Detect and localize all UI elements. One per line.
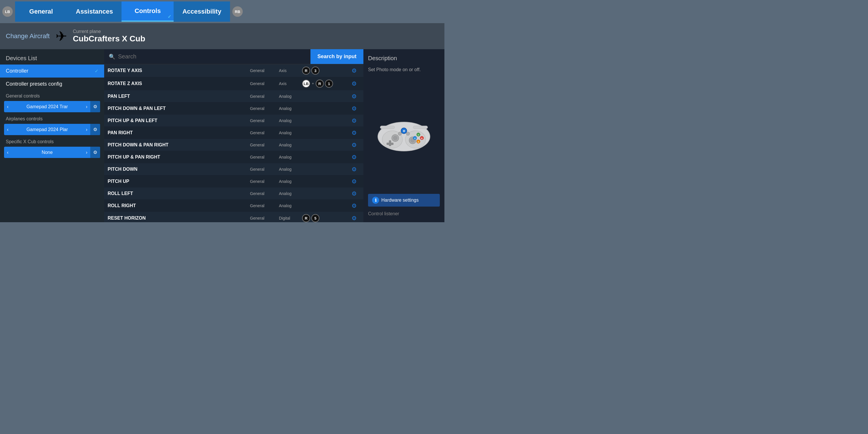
ctrl-action[interactable]: ⚙ (348, 80, 360, 87)
main-content: Devices List Controller ✓ Controller pre… (0, 49, 444, 222)
ctrl-name: PAN RIGHT (107, 130, 250, 135)
ctrl-action[interactable]: ⚙ (348, 129, 360, 136)
ctrl-type: Analog (279, 191, 302, 196)
change-aircraft-button[interactable]: Change Aircraft (6, 32, 50, 40)
gear-icon[interactable]: ⚙ (351, 80, 357, 87)
rb-badge[interactable]: RB (232, 6, 243, 17)
ctrl-binding: LB+R1 (302, 80, 348, 88)
arrow-left-general[interactable]: ‹ (4, 101, 11, 112)
table-row[interactable]: PITCH DOWN & PAN LEFTGeneralAnalog⚙ (104, 102, 363, 115)
ctrl-action[interactable]: ⚙ (348, 154, 360, 161)
airplanes-controls-label: Airplanes controls (0, 114, 104, 123)
ctrl-action[interactable]: ⚙ (348, 105, 360, 112)
ctrl-type: Analog (279, 106, 302, 111)
table-row[interactable]: PITCH UP & PAN RIGHTGeneralAnalog⚙ (104, 151, 363, 163)
table-row[interactable]: PITCH UPGeneralAnalog⚙ (104, 175, 363, 187)
table-row[interactable]: PAN RIGHTGeneralAnalog⚙ (104, 127, 363, 139)
ctrl-name: ROTATE Y AXIS (107, 68, 250, 73)
general-controls-selector[interactable]: ‹ Gamepad 2024 Trar › ⚙ (4, 101, 100, 112)
ctrl-context: General (250, 68, 279, 73)
sidebar-item-presets[interactable]: Controller presets config (0, 78, 104, 91)
ctrl-name: ROLL RIGHT (107, 203, 250, 208)
gear-icon[interactable]: ⚙ (351, 178, 357, 185)
ctrl-context: General (250, 94, 279, 99)
ctrl-action[interactable]: ⚙ (348, 142, 360, 148)
ctrl-type: Analog (279, 118, 302, 123)
ctrl-context: General (250, 216, 279, 220)
airplanes-controls-preset: Gamepad 2024 Plar (11, 127, 83, 132)
ctrl-action[interactable]: ⚙ (348, 190, 360, 197)
search-by-input-button[interactable]: Search by input (310, 49, 363, 64)
specific-controls-selector[interactable]: ‹ None › ⚙ (4, 147, 100, 158)
arrow-right-airplanes[interactable]: › (83, 124, 90, 135)
gear-icon[interactable]: ⚙ (351, 190, 357, 197)
table-row[interactable]: PAN LEFTGeneralAnalog⚙ (104, 90, 363, 102)
ctrl-action[interactable]: ⚙ (348, 117, 360, 124)
ctrl-name: RESET HORIZON (107, 216, 250, 221)
hardware-settings-label: Hardware settings (381, 197, 418, 203)
gear-icon[interactable]: ⚙ (351, 67, 357, 74)
gear-specific[interactable]: ⚙ (90, 147, 100, 158)
gear-icon[interactable]: ⚙ (351, 129, 357, 136)
table-row[interactable]: PITCH DOWNGeneralAnalog⚙ (104, 163, 363, 175)
ctrl-name: ROLL LEFT (107, 191, 250, 196)
airplanes-controls-selector[interactable]: ‹ Gamepad 2024 Plar › ⚙ (4, 124, 100, 135)
hardware-settings-button[interactable]: ℹ Hardware settings (368, 194, 440, 207)
ctrl-type: Analog (279, 167, 302, 172)
controller-svg-graphic: Y B A X ⊕ (375, 115, 433, 153)
arrow-left-specific[interactable]: ‹ (4, 147, 11, 158)
current-plane-label: Current plane (73, 29, 145, 34)
search-input[interactable] (118, 53, 306, 60)
ctrl-type: Analog (279, 179, 302, 184)
ctrl-action[interactable]: ⚙ (348, 202, 360, 209)
tab-accessibility[interactable]: Accessibility (174, 1, 230, 22)
gear-icon[interactable]: ⚙ (351, 105, 357, 112)
general-controls-preset: Gamepad 2024 Trar (11, 104, 83, 110)
arrow-right-specific[interactable]: › (83, 147, 90, 158)
tab-general[interactable]: General (15, 1, 67, 22)
ctrl-type: Analog (279, 155, 302, 159)
gear-icon[interactable]: ⚙ (351, 215, 357, 222)
ctrl-context: General (250, 143, 279, 147)
ctrl-action[interactable]: ⚙ (348, 93, 360, 100)
ctrl-context: General (250, 106, 279, 111)
ctrl-context: General (250, 204, 279, 208)
gear-general[interactable]: ⚙ (90, 101, 100, 112)
table-row[interactable]: ROLL RIGHTGeneralAnalog⚙ (104, 199, 363, 212)
gear-icon[interactable]: ⚙ (351, 166, 357, 173)
svg-point-4 (393, 136, 398, 140)
arrow-right-general[interactable]: › (83, 101, 90, 112)
gear-icon[interactable]: ⚙ (351, 154, 357, 161)
gear-icon[interactable]: ⚙ (351, 117, 357, 124)
ctrl-action[interactable]: ⚙ (348, 67, 360, 74)
svg-text:⊕: ⊕ (403, 129, 405, 132)
ctrl-action[interactable]: ⚙ (348, 166, 360, 173)
gear-icon[interactable]: ⚙ (351, 142, 357, 148)
gear-icon[interactable]: ⚙ (351, 93, 357, 100)
table-row[interactable]: ROTATE Z AXISGeneralAxisLB+R1⚙ (104, 77, 363, 90)
ctrl-binding: R5 (302, 214, 348, 222)
tab-controls[interactable]: Controls ✓ (122, 1, 174, 22)
search-icon: 🔍 (109, 54, 115, 60)
table-row[interactable]: PITCH DOWN & PAN RIGHTGeneralAnalog⚙ (104, 139, 363, 151)
table-row[interactable]: ROLL LEFTGeneralAnalog⚙ (104, 187, 363, 199)
current-plane-info: Current plane CubCrafters X Cub (73, 29, 145, 43)
search-bar: 🔍 Search by input (104, 49, 363, 64)
table-row[interactable]: RESET HORIZONGeneralDigitalR5⚙ (104, 212, 363, 222)
table-row[interactable]: ROTATE Y AXISGeneralAxisR3⚙ (104, 64, 363, 77)
right-panel: Description Set Photo mode on or off. (363, 49, 444, 222)
ctrl-name: PITCH DOWN & PAN LEFT (107, 106, 250, 111)
ctrl-action[interactable]: ⚙ (348, 215, 360, 222)
ctrl-action[interactable]: ⚙ (348, 178, 360, 185)
tab-assistances[interactable]: Assistances (67, 1, 122, 22)
gear-icon[interactable]: ⚙ (351, 202, 357, 209)
gear-airplanes[interactable]: ⚙ (90, 124, 100, 135)
sidebar-item-controller[interactable]: Controller ✓ (0, 64, 104, 78)
ctrl-context: General (250, 155, 279, 159)
binding-badge: R (302, 66, 310, 75)
svg-text:B: B (421, 137, 423, 140)
lb-badge[interactable]: LB (2, 6, 13, 17)
table-row[interactable]: PITCH UP & PAN LEFTGeneralAnalog⚙ (104, 115, 363, 127)
specific-controls-label: Specific X Cub controls (0, 136, 104, 146)
arrow-left-airplanes[interactable]: ‹ (4, 124, 11, 135)
